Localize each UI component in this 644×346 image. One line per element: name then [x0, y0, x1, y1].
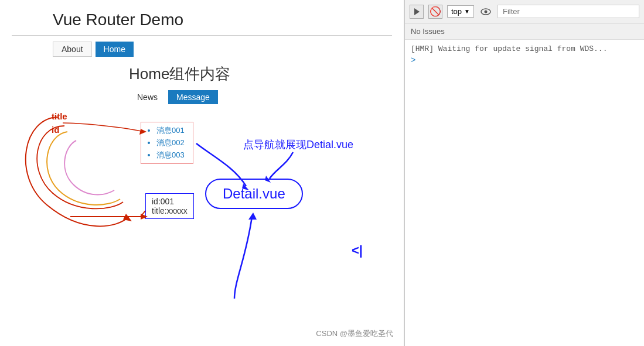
no-issues-bar: No Issues: [405, 23, 644, 40]
nav-bar: About Home: [0, 42, 404, 57]
annotation-text: 点导航就展现Detial.vue: [243, 138, 353, 152]
message-list: 消息001 消息002 消息003: [147, 125, 187, 161]
home-button[interactable]: Home: [96, 42, 134, 57]
csdn-credit: CSDN @墨鱼爱吃圣代: [316, 328, 393, 339]
svg-point-2: [484, 10, 487, 13]
annotation-id-label: id: [52, 125, 59, 135]
devtools-block-button[interactable]: 🚫: [428, 5, 442, 19]
list-item[interactable]: 消息002: [156, 137, 187, 149]
filter-input[interactable]: [498, 5, 639, 18]
cursor-indicator: <|: [352, 243, 363, 258]
annotation-title-label: title: [52, 111, 67, 121]
block-icon: 🚫: [430, 6, 441, 17]
console-output: [HMR] Waiting for update signal from WDS…: [405, 40, 644, 346]
console-chevron: >: [411, 56, 638, 65]
chevron-down-icon: ▼: [464, 8, 470, 15]
divider: [12, 35, 392, 36]
id-value: id:001: [152, 197, 188, 206]
home-content: Home组件内容 News Message: [0, 64, 404, 104]
list-item[interactable]: 消息001: [156, 125, 187, 137]
message-button[interactable]: Message: [168, 90, 218, 104]
list-item[interactable]: 消息003: [156, 149, 187, 162]
devtools-toolbar: 🚫 top ▼: [405, 0, 644, 23]
svg-marker-0: [414, 8, 420, 15]
devtools-eye-button[interactable]: [479, 5, 493, 19]
detail-vue-bubble: Detail.vue: [205, 179, 303, 209]
about-button[interactable]: About: [53, 42, 92, 57]
message-list-box: 消息001 消息002 消息003: [141, 122, 193, 164]
right-panel: 🚫 top ▼ No Issues [HMR] Waiting for upda…: [404, 0, 644, 346]
no-issues-label: No Issues: [411, 27, 445, 36]
home-content-title: Home组件内容: [129, 64, 404, 84]
news-button[interactable]: News: [129, 90, 166, 104]
sub-nav: News Message: [129, 90, 404, 104]
console-line: [HMR] Waiting for update signal from WDS…: [411, 44, 638, 53]
play-icon: [413, 8, 420, 16]
devtools-top-select[interactable]: top ▼: [447, 5, 474, 18]
left-panel: Vue Router Demo About Home Home组件内容 News…: [0, 0, 404, 346]
top-label: top: [451, 7, 462, 16]
title-value: title:xxxxx: [152, 206, 188, 215]
id-title-box: id:001 title:xxxxx: [145, 193, 194, 219]
eye-icon: [481, 8, 491, 15]
app-title: Vue Router Demo: [0, 0, 404, 35]
devtools-play-button[interactable]: [410, 5, 424, 19]
